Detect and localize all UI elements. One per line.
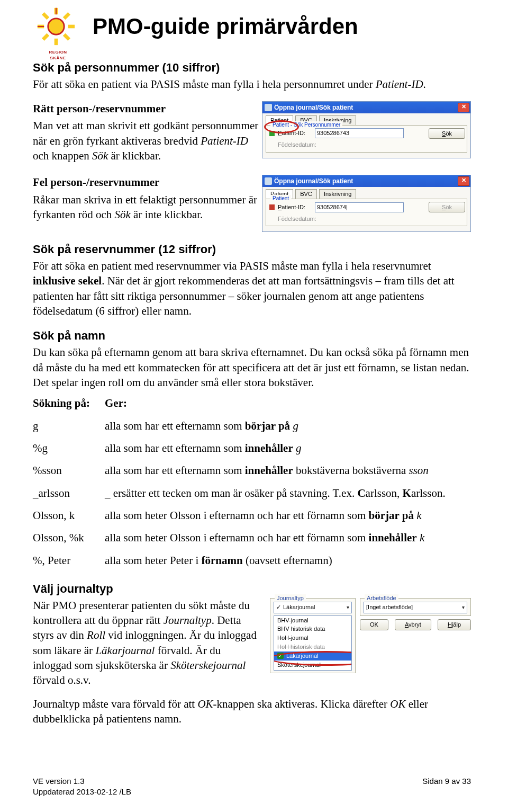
table-row: Olsson, %kalla som heter Olsson i eftern… <box>33 527 471 549</box>
section-journaltyp: Välj journaltyp När PMO presenterar pati… <box>33 581 471 726</box>
svg-line-8 <box>64 13 69 19</box>
sok-button[interactable]: Sök <box>429 128 465 139</box>
table-row: galla som har ett efternamn som börjar p… <box>33 415 471 437</box>
page-footer: VE version 1.3 Uppdaterad 2013-02-12 /LB… <box>33 776 471 798</box>
close-icon[interactable]: ✕ <box>458 103 469 112</box>
heading-fel-nummer: Fel person-/reservnummer <box>33 176 159 189</box>
page-title: PMO-guide primärvården <box>93 12 358 42</box>
tab-inskrivning[interactable]: Inskrivning <box>319 189 357 199</box>
panel-legend: Patient <box>270 195 291 202</box>
check-icon: ✓ <box>276 603 281 611</box>
app-icon <box>265 177 272 185</box>
arbetsflode-legend: Arbetsflöde <box>365 594 398 602</box>
avbryt-button[interactable]: Avbryt <box>395 619 431 630</box>
heading-reservnummer: Sök på reservnummer (12 siffror) <box>33 242 471 257</box>
p-reservnummer: För att söka en patient med reservnummer… <box>33 258 471 318</box>
logo-skane-text: SKÅNE <box>50 56 66 60</box>
list-item[interactable]: HoH historisk data <box>274 643 351 652</box>
section-fel-nummer: Fel person-/reservnummer Råkar man skriv… <box>33 175 471 232</box>
close-icon[interactable]: ✕ <box>458 176 469 186</box>
patient-id-label: Patient-ID: <box>278 203 312 211</box>
list-item[interactable]: BHV-journal <box>274 616 351 625</box>
p-sok-namn: Du kan söka på efternamn genom att bara … <box>33 345 471 390</box>
fodelsedatum-label: Födelsedatum: <box>278 215 316 223</box>
list-item[interactable]: BHV historisk data <box>274 624 351 633</box>
table-header-sokning: Sökning på: <box>33 397 90 409</box>
screenshot-invalid-personnummer: Öppna journal/Sök patient ✕ Patient BVC … <box>262 175 471 232</box>
heading-sok-personnummer: Sök på personnummer (10 siffror) <box>33 60 471 76</box>
heading-ratt-nummer: Rätt person-/reservnummer <box>33 102 166 115</box>
section-sok-personnummer: Sök på personnummer (10 siffror) För att… <box>33 60 471 92</box>
chevron-down-icon: ▾ <box>347 604 349 611</box>
section-sok-namn: Sök på namn Du kan söka på efternamn gen… <box>33 328 471 571</box>
table-row: %, Peteralla som heter Peter i förnamn (… <box>33 549 471 572</box>
journaltyp-legend: Journaltyp <box>275 594 306 602</box>
panel-legend: Patient - Sök Personnummer <box>270 121 342 129</box>
screenshot-journaltyp: Journaltyp ✓ Läkarjournal ▾ BHV-journalB… <box>270 598 471 690</box>
table-row: _arlsson_ ersätter ett tecken om man är … <box>33 482 471 504</box>
p-journaltyp-1: När PMO presenterar patienten du sökt må… <box>33 598 260 688</box>
sun-icon <box>36 6 76 47</box>
window-titlebar: Öppna journal/Sök patient ✕ <box>262 102 470 113</box>
table-header-ger: Ger: <box>105 397 127 409</box>
svg-line-7 <box>43 34 48 40</box>
window-titlebar: Öppna journal/Sök patient ✕ <box>262 175 470 187</box>
table-row: %ssonalla som har ett efternamn som inne… <box>33 459 471 481</box>
fodelsedatum-label: Födelsedatum: <box>278 141 316 149</box>
page-header: REGION SKÅNE PMO-guide primärvården <box>33 10 471 60</box>
patient-id-input[interactable]: 9305286743 <box>315 128 404 138</box>
footer-version: VE version 1.3 <box>33 776 131 787</box>
screenshot-valid-personnummer: Öppna journal/Sök patient ✕ Patient BVC … <box>262 101 471 158</box>
footer-updated: Uppdaterad 2013-02-12 /LB <box>33 787 131 797</box>
ok-button[interactable]: OK <box>360 619 388 630</box>
app-icon <box>265 104 272 111</box>
table-row: %galla som har ett efternamn som innehål… <box>33 437 471 459</box>
p-sok-personnummer: För att söka en patient via PASIS måste … <box>33 77 471 92</box>
section-ratt-nummer: Rätt person-/reservnummer Man vet att ma… <box>33 101 471 165</box>
p-ratt-nummer: Man vet att man skrivit ett godkänt pers… <box>33 118 260 163</box>
window-title: Öppna journal/Sök patient <box>274 177 353 185</box>
check-icon: ✓ <box>277 653 284 659</box>
status-square-invalid <box>269 204 275 210</box>
table-row: Olsson, kalla som heter Olsson i efterna… <box>33 504 471 527</box>
list-item[interactable]: HoH-journal <box>274 633 351 643</box>
list-item[interactable]: ✓Läkarjournal <box>274 652 351 661</box>
patient-id-label: Patient-ID: <box>278 129 312 137</box>
search-patterns-table: Sökning på: Ger: galla som har ett efter… <box>33 392 471 572</box>
hjalp-button[interactable]: Hjälp <box>438 619 471 630</box>
heading-sok-namn: Sök på namn <box>33 328 471 344</box>
footer-pagenum: Sidan 9 av 33 <box>422 776 471 798</box>
journaltyp-listbox[interactable]: BHV-journalBHV historisk dataHoH-journal… <box>274 615 352 671</box>
tab-bvc[interactable]: BVC <box>295 189 317 199</box>
sok-button-disabled: Sök <box>429 202 465 212</box>
p-fel-nummer: Råkar man skriva in ett felaktigt person… <box>33 192 260 222</box>
list-item[interactable]: Sköterskejournal <box>274 661 351 670</box>
chevron-down-icon: ▾ <box>462 604 465 611</box>
status-square-valid <box>269 131 275 136</box>
svg-point-0 <box>48 19 64 34</box>
window-title: Öppna journal/Sök patient <box>274 103 353 112</box>
section-reservnummer: Sök på reservnummer (12 siffror) För att… <box>33 242 471 318</box>
arbetsflode-select[interactable]: [Inget arbetsflöde] ▾ <box>364 602 467 613</box>
svg-line-5 <box>43 13 48 19</box>
region-skane-logo: REGION SKÅNE <box>33 10 83 60</box>
heading-journaltyp: Välj journaltyp <box>33 581 471 597</box>
logo-region-text: REGION <box>49 50 67 55</box>
p-journaltyp-2: Journaltyp måste vara förvald för att OK… <box>33 697 471 727</box>
svg-line-6 <box>64 34 69 40</box>
journaltyp-select[interactable]: ✓ Läkarjournal ▾ <box>274 602 352 613</box>
patient-id-input[interactable]: 930528674| <box>315 202 404 212</box>
